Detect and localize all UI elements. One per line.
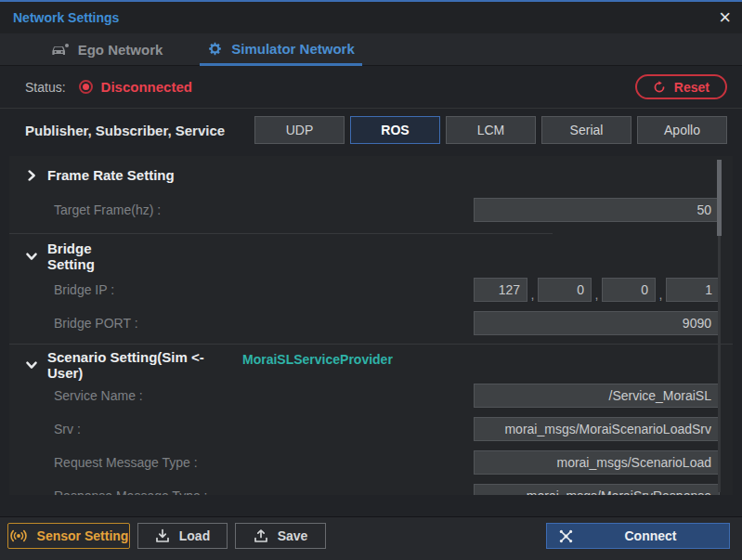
- request-message-type-row: Request Message Type :: [9, 450, 733, 475]
- sensor-setting-label: Sensor Setting: [37, 528, 129, 543]
- bridge-ip-label: Bridge IP :: [54, 282, 114, 297]
- title-bar: Network Settings ×: [0, 2, 742, 33]
- refresh-icon: [653, 81, 666, 94]
- tab-bar: Ego Network Simulator Network: [0, 33, 742, 66]
- srv-row: Srv :: [9, 417, 733, 441]
- response-message-type-input[interactable]: [474, 484, 720, 495]
- srv-input[interactable]: [474, 417, 720, 441]
- bridge-ip-group: , , ,: [474, 278, 720, 302]
- footer-bar: Sensor Setting Load Save: [0, 516, 742, 560]
- tab-ego-network[interactable]: Ego Network: [37, 33, 176, 66]
- bridge-port-input[interactable]: [474, 311, 720, 335]
- protocol-row: Publisher, Subscriber, Service UDP ROS L…: [0, 109, 742, 151]
- service-name-input[interactable]: [474, 384, 720, 408]
- ip-separator: ,: [527, 287, 538, 302]
- load-label: Load: [179, 528, 210, 543]
- status-value: Disconnected: [101, 79, 192, 95]
- section-header-scenario[interactable]: Scenario Setting(Sim <- User) MoraiSLSer…: [9, 349, 733, 381]
- target-frame-row: Target Frame(hz) :: [9, 198, 733, 222]
- tab-ego-label: Ego Network: [78, 42, 163, 58]
- sensor-setting-button[interactable]: Sensor Setting: [7, 523, 130, 549]
- save-button[interactable]: Save: [235, 523, 326, 549]
- bridge-ip-octet-4[interactable]: [666, 278, 720, 302]
- status-label: Status:: [25, 80, 66, 95]
- protocol-serial-button[interactable]: Serial: [541, 116, 631, 144]
- protocol-apollo-button[interactable]: Apollo: [637, 116, 727, 144]
- download-icon: [155, 528, 170, 543]
- connect-button[interactable]: Connect: [546, 523, 730, 549]
- disconnected-dot-icon: [79, 80, 93, 94]
- reset-label: Reset: [674, 80, 709, 95]
- protocol-udp-button[interactable]: UDP: [254, 116, 345, 144]
- connect-label: Connect: [583, 528, 718, 543]
- protocol-button-group: UDP ROS LCM Serial Apollo: [254, 116, 727, 144]
- service-name-row: Service Name :: [9, 384, 733, 408]
- network-settings-dialog: Network Settings × Ego Network Simulator…: [0, 0, 742, 560]
- service-provider-label: MoraiSLServiceProvider: [242, 349, 393, 367]
- dialog-title: Network Settings: [13, 10, 119, 25]
- ip-separator: ,: [592, 287, 602, 302]
- upload-icon: [254, 528, 268, 543]
- bridge-ip-row: Bridge IP : , , ,: [9, 278, 733, 302]
- broadcast-icon: [9, 529, 28, 542]
- bridge-port-label: Bridge PORT :: [54, 316, 138, 331]
- service-name-label: Service Name :: [54, 388, 143, 403]
- status-row: Status: Disconnected Reset: [0, 66, 742, 109]
- settings-scroll-area: Frame Rate Setting Target Frame(hz) : Br…: [9, 156, 733, 495]
- section-divider: [9, 344, 733, 345]
- gear-icon: [207, 41, 223, 57]
- save-label: Save: [278, 528, 308, 543]
- scenario-title: Scenario Setting(Sim <- User): [47, 349, 213, 381]
- protocol-lcm-button[interactable]: LCM: [446, 116, 536, 144]
- section-header-frame-rate[interactable]: Frame Rate Setting: [9, 156, 733, 183]
- bridge-title: Bridge Setting: [47, 241, 95, 272]
- chevron-down-icon: [26, 251, 38, 262]
- car-icon: [51, 43, 70, 58]
- bridge-port-row: Bridge PORT :: [9, 311, 733, 335]
- reset-button[interactable]: Reset: [635, 74, 727, 99]
- bridge-ip-octet-3[interactable]: [602, 278, 656, 302]
- response-message-type-row: Response Message Type :: [9, 484, 733, 495]
- srv-label: Srv :: [54, 422, 81, 436]
- target-frame-label: Target Frame(hz) :: [54, 202, 161, 217]
- section-header-bridge[interactable]: Bridge Setting: [9, 241, 733, 272]
- chevron-down-icon: [26, 359, 38, 371]
- bridge-ip-octet-2[interactable]: [538, 278, 592, 302]
- request-message-type-label: Request Message Type :: [54, 455, 198, 470]
- bridge-ip-octet-1[interactable]: [474, 278, 527, 302]
- protocol-ros-button[interactable]: ROS: [350, 116, 440, 144]
- ip-separator: ,: [656, 287, 666, 302]
- response-message-type-label: Response Message Type :: [54, 488, 208, 495]
- load-button[interactable]: Load: [137, 523, 228, 549]
- tab-simulator-network[interactable]: Simulator Network: [200, 33, 362, 66]
- tab-simulator-label: Simulator Network: [231, 41, 355, 57]
- target-frame-input[interactable]: [474, 198, 720, 222]
- request-message-type-input[interactable]: [474, 450, 720, 475]
- scrollbar-thumb[interactable]: [717, 160, 722, 236]
- protocol-row-title: Publisher, Subscriber, Service: [25, 123, 225, 138]
- section-divider: [9, 233, 553, 234]
- connection-node-icon: [558, 528, 574, 544]
- close-icon[interactable]: ×: [719, 8, 731, 27]
- frame-rate-title: Frame Rate Setting: [47, 167, 175, 183]
- chevron-right-icon: [26, 170, 38, 181]
